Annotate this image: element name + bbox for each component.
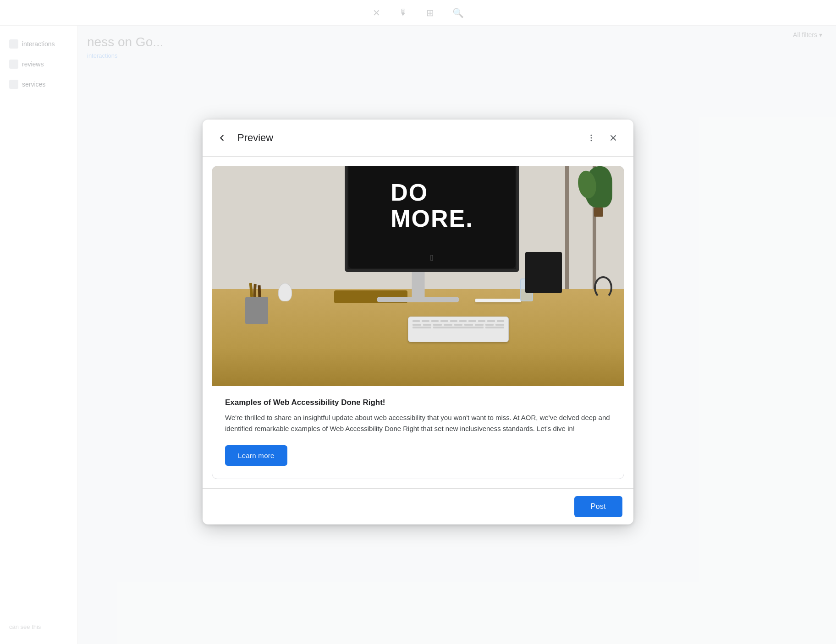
desk-scene: DO MORE.  <box>212 166 624 386</box>
post-card: DO MORE.  <box>212 166 624 480</box>
back-button[interactable] <box>214 130 230 146</box>
secondary-monitor <box>525 252 562 293</box>
modal-body[interactable]: DO MORE.  <box>203 157 633 489</box>
post-button[interactable]: Post <box>574 496 622 517</box>
modal-footer: Post <box>203 488 633 524</box>
apple-logo:  <box>430 253 434 263</box>
keyboard <box>408 317 509 342</box>
post-headline: Examples of Web Accessibility Done Right… <box>225 397 611 408</box>
monitor-text-line1: DO <box>390 180 428 206</box>
monitor-neck <box>412 272 425 297</box>
notepad <box>475 299 521 302</box>
plant <box>583 166 615 217</box>
more-options-button[interactable] <box>582 129 600 147</box>
svg-point-0 <box>591 134 592 136</box>
post-image: DO MORE.  <box>212 166 624 386</box>
vase <box>278 283 292 301</box>
post-content: Examples of Web Accessibility Done Right… <box>212 386 624 479</box>
modal-header: Preview <box>203 120 633 157</box>
svg-point-1 <box>591 137 592 138</box>
close-button[interactable] <box>604 129 622 147</box>
headphones <box>594 276 612 299</box>
monitor-base <box>377 297 459 302</box>
svg-point-2 <box>591 140 592 141</box>
modal-backdrop: Preview <box>0 0 836 644</box>
preview-modal: Preview <box>203 120 633 525</box>
monitor: DO MORE.  <box>345 166 519 273</box>
modal-title: Preview <box>237 132 575 144</box>
learn-more-button[interactable]: Learn more <box>225 445 287 466</box>
pencil-holder <box>245 297 268 324</box>
monitor-text-line2: MORE. <box>390 206 473 232</box>
modal-header-actions <box>582 129 622 147</box>
post-body: We're thrilled to share an insightful up… <box>225 412 611 434</box>
